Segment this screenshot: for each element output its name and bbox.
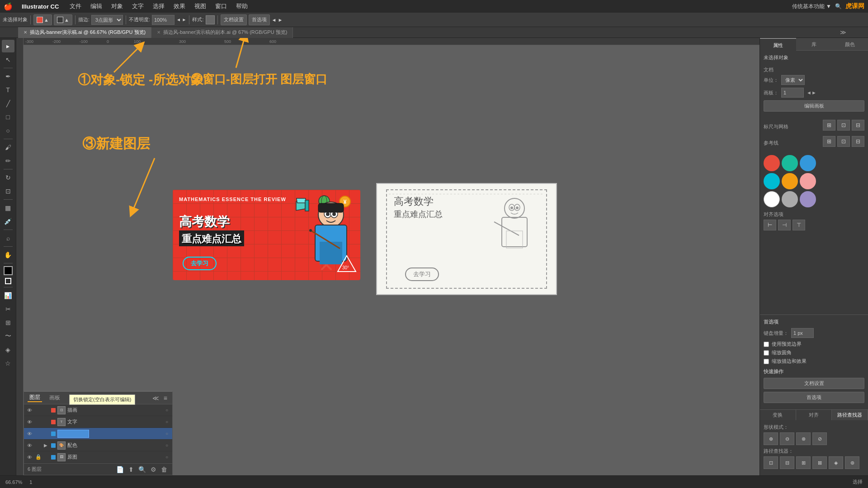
color-swatch-gray[interactable] bbox=[782, 191, 798, 207]
pathfinder-btn-6[interactable]: ⊛ bbox=[845, 456, 859, 469]
app-name[interactable]: Illustrator CC bbox=[18, 2, 62, 11]
pathfinder-btn-5[interactable]: ◈ bbox=[829, 456, 843, 469]
move-layer-btn[interactable]: ⬆ bbox=[127, 466, 135, 473]
doc-settings-btn[interactable]: 文档设置 bbox=[221, 14, 247, 25]
layer-name-input[interactable] bbox=[57, 430, 89, 438]
hand-tool[interactable]: ✋ bbox=[2, 249, 14, 261]
delete-layer-btn[interactable]: 🗑 bbox=[160, 466, 169, 473]
menu-object[interactable]: 对象 bbox=[108, 1, 127, 11]
layer-target-colors[interactable]: ○ bbox=[163, 443, 170, 448]
fill-indicator[interactable] bbox=[4, 266, 13, 275]
right-tab-color[interactable]: 颜色 bbox=[832, 38, 868, 51]
ruler-btn-1[interactable]: ⊞ bbox=[823, 120, 835, 131]
color-swatch-teal[interactable] bbox=[782, 155, 798, 171]
panel-collapse-btn[interactable]: ≫ bbox=[836, 29, 850, 36]
symbol-tool[interactable]: ☆ bbox=[2, 357, 14, 370]
layer-target-editing[interactable]: ○ bbox=[163, 431, 170, 436]
eyedropper-tool[interactable]: 💉 bbox=[2, 215, 14, 228]
shape-intersect-btn[interactable]: ⊗ bbox=[796, 432, 811, 445]
pencil-tool[interactable]: ✏ bbox=[2, 155, 14, 167]
menu-select[interactable]: 选择 bbox=[149, 1, 168, 11]
layer-target-original[interactable]: ○ bbox=[163, 455, 170, 460]
pen-tool[interactable]: ✒ bbox=[2, 70, 14, 83]
layer-row-draw[interactable]: 👁 ⊡ 描画 ○ bbox=[24, 404, 172, 416]
search-layer-btn[interactable]: 🔍 bbox=[137, 466, 147, 473]
menu-help[interactable]: 帮助 bbox=[232, 1, 251, 11]
brush-tool[interactable]: 🖌 bbox=[2, 141, 14, 154]
select-tool[interactable]: ▸ bbox=[2, 40, 14, 52]
tab-2[interactable]: ✕ 插边风-banner演示稿的副本.ai @ 67% (RGB/GPU 预览) bbox=[151, 27, 293, 38]
unit-select[interactable]: 像素 bbox=[781, 75, 805, 85]
menu-effects[interactable]: 效果 bbox=[170, 1, 189, 11]
zoom-tool[interactable]: ⌕ bbox=[2, 232, 14, 244]
ruler-btn-3[interactable]: ⊟ bbox=[852, 120, 864, 131]
guide-btn-3[interactable]: ⊟ bbox=[852, 136, 864, 147]
text-tool[interactable]: T bbox=[2, 84, 14, 96]
new-layer-btn[interactable]: 📄 bbox=[115, 466, 125, 473]
fill-color-btn[interactable]: ▲ bbox=[54, 14, 72, 25]
preview-bounds-checkbox[interactable] bbox=[764, 342, 769, 347]
bottom-tab-transform[interactable]: 变换 bbox=[760, 410, 796, 420]
align-center-btn[interactable]: ⊣ bbox=[778, 220, 791, 230]
layer-row-editing[interactable]: 👁 ○ bbox=[24, 428, 172, 440]
pathfinder-btn-1[interactable]: ⊡ bbox=[764, 456, 778, 469]
stroke-color-btn[interactable]: ▲ bbox=[33, 14, 52, 25]
panel-tab-artboards[interactable]: 画板 bbox=[47, 394, 62, 402]
panel-menu-icon[interactable]: ≡ bbox=[162, 394, 169, 402]
layer-target-text[interactable]: ○ bbox=[163, 419, 170, 424]
panel-tab-layers[interactable]: 图层 bbox=[28, 394, 42, 402]
tab-1[interactable]: ✕ 插边风-banner演示稿.ai @ 66.67% (RGB/GPU 预览) bbox=[18, 27, 151, 38]
color-swatch-white[interactable] bbox=[764, 191, 780, 207]
scale-stroke-checkbox[interactable] bbox=[764, 359, 769, 364]
layer-visibility-text[interactable]: 👁 bbox=[26, 419, 33, 425]
tab-close-2[interactable]: ✕ bbox=[157, 30, 160, 35]
edit-artboard-btn[interactable]: 编辑画板 bbox=[764, 100, 864, 112]
layer-target-draw[interactable]: ○ bbox=[163, 408, 170, 413]
color-swatch-red[interactable] bbox=[764, 155, 780, 171]
panel-settings-btn[interactable]: ⚙ bbox=[149, 466, 158, 473]
shape-unite-btn[interactable]: ⊕ bbox=[764, 432, 778, 445]
stroke-indicator[interactable] bbox=[5, 278, 11, 284]
right-tab-library[interactable]: 库 bbox=[796, 38, 832, 51]
blend-tool[interactable]: ◈ bbox=[2, 343, 14, 356]
opacity-input[interactable] bbox=[152, 15, 175, 25]
line-tool[interactable]: ╱ bbox=[2, 97, 14, 110]
quick-preferences-btn[interactable]: 首选项 bbox=[764, 392, 864, 403]
menu-window[interactable]: 窗口 bbox=[212, 1, 231, 11]
shape-exclude-btn[interactable]: ⊘ bbox=[812, 432, 827, 445]
bottom-tab-pathfinder[interactable]: 路径查找器 bbox=[832, 410, 868, 420]
pathfinder-btn-3[interactable]: ⊞ bbox=[796, 456, 811, 469]
pathfinder-btn-2[interactable]: ⊟ bbox=[780, 456, 794, 469]
color-swatch-pink[interactable] bbox=[800, 173, 816, 189]
menu-file[interactable]: 文件 bbox=[66, 1, 85, 11]
color-swatch-purple[interactable] bbox=[800, 191, 816, 207]
stroke-select[interactable]: 3点圆形 bbox=[91, 15, 123, 25]
style-swatch[interactable] bbox=[206, 15, 215, 24]
pathfinder-btn-4[interactable]: ⊠ bbox=[812, 456, 827, 469]
ruler-btn-2[interactable]: ⊡ bbox=[837, 120, 850, 131]
layer-row-original[interactable]: 👁 🔒 🖼 原图 ○ bbox=[24, 451, 172, 463]
slice-tool[interactable]: ✂ bbox=[2, 303, 14, 315]
rotate-tool[interactable]: ↻ bbox=[2, 171, 14, 184]
search-icon[interactable]: 🔍 bbox=[835, 3, 842, 9]
keyboard-inc-input[interactable] bbox=[791, 328, 814, 338]
apple-menu[interactable]: 🍎 bbox=[4, 2, 13, 11]
layer-visibility-editing[interactable]: 👁 bbox=[26, 431, 33, 436]
scale-tool[interactable]: ⊡ bbox=[2, 185, 14, 197]
align-right-btn[interactable]: ⊤ bbox=[793, 220, 805, 230]
layer-row-text[interactable]: 👁 T 文字 ○ bbox=[24, 416, 172, 428]
right-tab-properties[interactable]: 属性 bbox=[760, 38, 796, 51]
color-swatch-cyan[interactable] bbox=[764, 173, 780, 189]
tab-close-1[interactable]: ✕ bbox=[24, 30, 27, 35]
bottom-tab-align[interactable]: 对齐 bbox=[796, 410, 832, 420]
ellipse-tool[interactable]: ○ bbox=[2, 124, 14, 137]
rect-tool[interactable]: □ bbox=[2, 111, 14, 123]
guide-btn-2[interactable]: ⊡ bbox=[837, 136, 850, 147]
canvas-area[interactable]: -300 -200 -100 0 100 300 500 600 ①对象-锁定 … bbox=[16, 38, 760, 475]
artboard-input[interactable] bbox=[781, 88, 804, 98]
graph-tool[interactable]: 📊 bbox=[2, 289, 14, 302]
preferences-btn[interactable]: 首选项 bbox=[249, 14, 270, 25]
menu-text[interactable]: 文字 bbox=[128, 1, 147, 11]
menu-view[interactable]: 视图 bbox=[191, 1, 210, 11]
scale-corners-checkbox[interactable] bbox=[764, 350, 769, 356]
